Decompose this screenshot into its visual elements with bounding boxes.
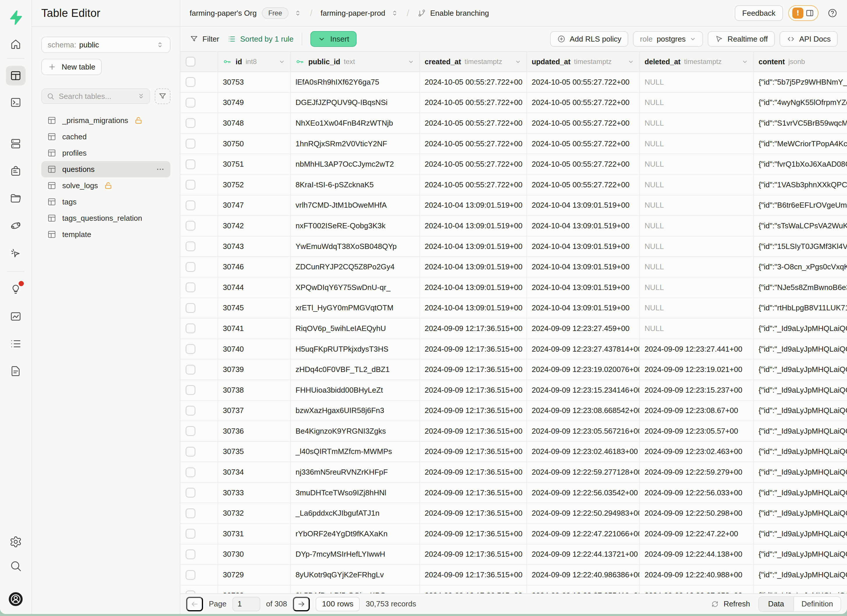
table-list-item-tags_questions_relation[interactable]: tags_questions_relation [41, 210, 170, 226]
cell-public_id[interactable]: FHHUioa3bidd00BHyLeZt [291, 380, 420, 400]
cell-public_id[interactable]: 3muDHTceTWso9IZj8hHNl [291, 483, 420, 503]
cell-public_id[interactable]: DYp-7mcyMSIrHefLYIwwH [291, 544, 420, 564]
cell-updated_at[interactable]: 2024-09-09 12:23:05.567216+00 [527, 421, 640, 441]
cell-deleted_at[interactable]: NULL [640, 277, 754, 298]
row-checkbox[interactable] [186, 590, 195, 593]
table-list-item-solve_logs[interactable]: solve_logs [41, 177, 170, 194]
cell-id[interactable]: 30728 [218, 585, 291, 593]
column-header-content[interactable]: contentjsonb [754, 52, 847, 72]
prev-page-button[interactable] [186, 597, 203, 612]
row-checkbox[interactable] [186, 98, 195, 108]
cell-created_at[interactable]: 2024-09-09 12:17:36.515+00 [420, 339, 527, 359]
row-checkbox[interactable] [186, 159, 195, 169]
column-menu-icon[interactable] [278, 58, 286, 65]
cell-public_id[interactable]: nj336mN5reuRVNZrKHFpF [291, 462, 420, 482]
cell-id[interactable]: 30742 [218, 216, 291, 236]
cell-content[interactable]: {"id":"_Id9aLyJpMHQLaiQC [754, 544, 847, 564]
cell-content[interactable]: {"id":"_Id9aLyJpMHQLaiQC [754, 483, 847, 503]
cell-updated_at[interactable]: 2024-10-04 13:09:01.519+00 [527, 236, 640, 256]
refresh-button[interactable]: Refresh [711, 600, 750, 609]
column-header-id[interactable]: idint8 [218, 52, 291, 72]
cell-deleted_at[interactable]: NULL [640, 318, 754, 339]
cell-updated_at[interactable]: 2024-10-04 13:09:01.519+00 [527, 196, 640, 215]
cell-content[interactable]: {"id":"rtHbLpgB8V11LUK7152 [754, 298, 847, 318]
cell-deleted_at[interactable]: NULL [640, 298, 754, 318]
cell-updated_at[interactable]: 2024-09-09 12:22:56.03542+00 [527, 483, 640, 503]
cell-updated_at[interactable]: 2024-09-09 12:22:50.294983+00 [527, 503, 640, 523]
cell-created_at[interactable]: 2024-09-09 12:17:36.515+00 [420, 360, 527, 380]
sidebar-item-home[interactable] [6, 34, 26, 54]
cell-content[interactable]: {"id":"4wyNgK55lOfrpmYZc [754, 93, 847, 113]
cell-public_id[interactable]: 8yUKotr9qGYjK2eFRhgLv [291, 565, 420, 585]
cell-public_id[interactable]: vrlh7CMD-JtM1bOweMHfA [291, 196, 420, 215]
sidebar-item-search[interactable] [6, 556, 26, 576]
cell-updated_at[interactable]: 2024-09-09 12:23:02.46183+00 [527, 442, 640, 462]
cell-content[interactable]: {"id":"_Id9aLyJpMHQLaiQC [754, 360, 847, 380]
tab-definition[interactable]: Definition [794, 597, 841, 612]
cell-deleted_at[interactable]: 2024-09-09 12:22:47.22+00 [640, 524, 754, 544]
cell-public_id[interactable]: nxFT002ISeRE-Qobg3K3k [291, 216, 420, 236]
cell-deleted_at[interactable]: 2024-09-09 12:22:56.033+00 [640, 483, 754, 503]
sidebar-item-reports[interactable] [6, 307, 26, 326]
cell-public_id[interactable]: rYbORF2e4YgDt9fKAXaKn [291, 524, 420, 544]
table-options-icon[interactable] [156, 165, 165, 174]
row-checkbox[interactable] [186, 262, 195, 272]
column-menu-icon[interactable] [741, 58, 749, 65]
cell-id[interactable]: 30752 [218, 175, 291, 195]
cell-public_id[interactable]: Be4KignzoK9YRGNI3Zgks [291, 421, 420, 441]
select-all-checkbox[interactable] [186, 57, 195, 66]
row-checkbox[interactable] [186, 180, 195, 190]
cell-content[interactable]: {"id":"1VASb3phnXXkQPCpv [754, 175, 847, 195]
row-checkbox[interactable] [186, 344, 195, 354]
table-list-item-tags[interactable]: tags [41, 194, 170, 210]
cell-id[interactable]: 30734 [218, 462, 291, 482]
cell-created_at[interactable]: 2024-10-04 13:09:01.519+00 [420, 257, 527, 277]
cell-deleted_at[interactable]: 2024-09-09 12:23:19.021+00 [640, 360, 754, 380]
cell-deleted_at[interactable]: NULL [640, 113, 754, 133]
cell-public_id[interactable]: RiqOV6p_5wihLeIAEQyhU [291, 318, 420, 339]
cell-created_at[interactable]: 2024-09-09 12:17:36.515+00 [420, 585, 527, 593]
column-header-updated_at[interactable]: updated_attimestamptz [527, 52, 640, 72]
cell-updated_at[interactable]: 2024-09-09 12:22:44.13721+00 [527, 544, 640, 564]
sidebar-item-profile[interactable] [6, 589, 26, 609]
cell-id[interactable]: 30735 [218, 442, 291, 462]
cell-created_at[interactable]: 2024-10-05 00:55:27.722+00 [420, 175, 527, 195]
sidebar-filter-button[interactable] [155, 88, 170, 104]
cell-deleted_at[interactable]: NULL [640, 93, 754, 113]
help-icon[interactable] [827, 8, 838, 18]
cell-id[interactable]: 30737 [218, 401, 291, 421]
cell-deleted_at[interactable]: NULL [640, 216, 754, 236]
cell-updated_at[interactable]: 2024-10-05 00:55:27.722+00 [527, 72, 640, 92]
cell-id[interactable]: 30751 [218, 154, 291, 174]
cell-created_at[interactable]: 2024-09-09 12:17:36.515+00 [420, 483, 527, 503]
add-rls-policy-button[interactable]: Add RLS policy [550, 31, 629, 47]
row-checkbox[interactable] [186, 139, 195, 149]
row-checkbox[interactable] [186, 467, 195, 477]
cell-deleted_at[interactable]: 2024-09-09 12:23:27.441+00 [640, 339, 754, 359]
cell-public_id[interactable]: _La6pddxcKJIbgufATJ1n [291, 503, 420, 523]
cell-public_id[interactable]: nbMhHL3AP7OcCJymc2wT2 [291, 154, 420, 174]
cell-updated_at[interactable]: 2024-09-09 12:23:19.020076+00 [527, 360, 640, 380]
cell-content[interactable]: {"id":"5b7j5Pz9WHBNmY_A [754, 72, 847, 92]
cell-deleted_at[interactable]: 2024-09-09 12:22:40.988+00 [640, 565, 754, 585]
row-checkbox[interactable] [186, 447, 195, 457]
sidebar-item-realtime[interactable] [6, 216, 26, 236]
cell-content[interactable]: {"id":"sTsWaLCPsVA2WuK2 [754, 216, 847, 236]
row-checkbox[interactable] [186, 200, 195, 210]
api-docs-button[interactable]: API Docs [779, 31, 838, 47]
cell-content[interactable]: {"id":"_Id9aLyJpMHQLaiQC [754, 401, 847, 421]
enable-branching-button[interactable]: Enable branching [430, 9, 489, 18]
cell-updated_at[interactable]: 2024-09-09 12:22:59.277128+00 [527, 462, 640, 482]
cell-created_at[interactable]: 2024-10-05 00:55:27.722+00 [420, 134, 527, 154]
notifications-button[interactable]: ! [788, 5, 819, 21]
cell-content[interactable]: {"id":"_Id9aLyJpMHQLaiQC [754, 318, 847, 339]
tab-data[interactable]: Data [759, 597, 794, 612]
cell-id[interactable]: 30753 [218, 72, 291, 92]
cell-content[interactable]: {"id":"_Id9aLyJpMHQLaiQC [754, 585, 847, 593]
cell-updated_at[interactable]: 2024-09-09 12:22:47.221066+00 [527, 524, 640, 544]
cell-public_id[interactable]: DGEJfJZPQUV9Q-IBqsNSi [291, 93, 420, 113]
cell-content[interactable]: {"id":"fvrQ1bXoJ6XaAD08G [754, 154, 847, 174]
cell-content[interactable]: {"id":"_Id9aLyJpMHQLaiQC [754, 565, 847, 585]
cell-deleted_at[interactable]: 2024-09-09 12:23:02.463+00 [640, 442, 754, 462]
cell-id[interactable]: 30745 [218, 298, 291, 318]
